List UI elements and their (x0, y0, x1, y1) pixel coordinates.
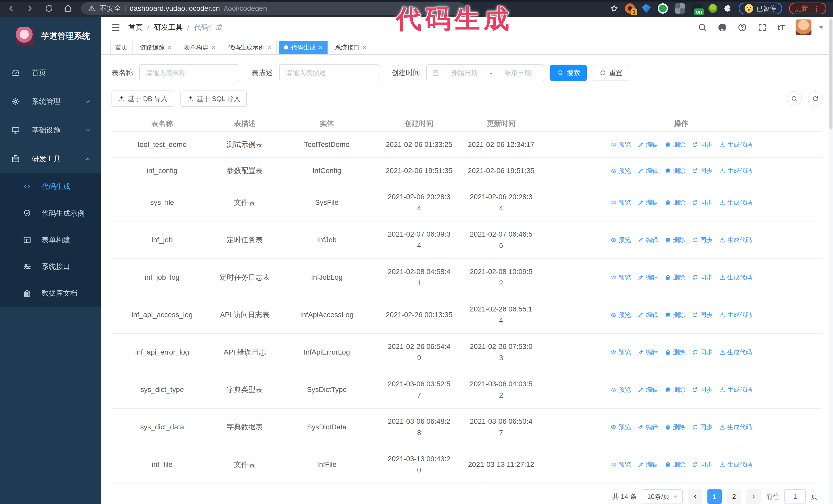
page-button-1[interactable]: 1 (708, 489, 722, 504)
preview-link[interactable]: 预览 (611, 272, 631, 283)
chrome-update-pill[interactable]: 更新 ⋮ (789, 3, 826, 14)
generate-code-link[interactable]: 生成代码 (719, 422, 752, 433)
extension-icon-gem[interactable] (642, 4, 651, 13)
caret-down-icon[interactable] (819, 26, 824, 29)
scrollbar-thumb[interactable] (829, 19, 832, 129)
generate-code-link[interactable]: 生成代码 (719, 234, 752, 246)
generate-code-link[interactable]: 生成代码 (719, 459, 752, 470)
refresh-table-button[interactable] (808, 91, 823, 106)
import-db-button[interactable]: 基于 DB 导入 (112, 91, 174, 107)
preview-link[interactable]: 预览 (611, 384, 631, 395)
extension-icon-dark[interactable]: on (691, 3, 702, 14)
sidebar-item-devtools[interactable]: 研发工具 (0, 145, 101, 173)
edit-link[interactable]: 编辑 (638, 459, 658, 470)
preview-link[interactable]: 预览 (611, 234, 631, 246)
delete-link[interactable]: 删除 (665, 139, 685, 150)
sidebar-item-db-doc[interactable]: 数据库文档 (0, 280, 101, 307)
sidebar-item-system[interactable]: 系统管理 (0, 87, 101, 116)
page-button-2[interactable]: 2 (727, 489, 741, 504)
forward-icon[interactable] (26, 4, 34, 13)
close-icon[interactable]: × (168, 44, 171, 51)
sync-link[interactable]: 同步 (692, 165, 713, 176)
preview-link[interactable]: 预览 (611, 346, 631, 358)
sidebar-logo[interactable]: 芋道管理系统 (0, 17, 101, 55)
preview-link[interactable]: 预览 (611, 309, 631, 320)
generate-code-link[interactable]: 生成代码 (719, 346, 752, 358)
date-end-placeholder[interactable]: 结束日期 (497, 68, 539, 77)
breadcrumb-home[interactable]: 首页 (128, 23, 143, 32)
table-name-input[interactable] (139, 64, 239, 81)
tab-tracing[interactable]: 链路追踪 × (135, 41, 176, 54)
delete-link[interactable]: 删除 (665, 165, 685, 176)
generate-code-link[interactable]: 生成代码 (719, 139, 752, 150)
edit-link[interactable]: 编辑 (638, 272, 658, 283)
edit-link[interactable]: 编辑 (638, 234, 658, 246)
extension-icon-bot[interactable] (709, 4, 717, 13)
sync-link[interactable]: 同步 (692, 234, 713, 246)
edit-link[interactable]: 编辑 (638, 309, 658, 320)
extension-icon-green-check[interactable] (658, 3, 668, 14)
breadcrumb-devtools[interactable]: 研发工具 (154, 23, 183, 32)
delete-link[interactable]: 删除 (665, 309, 685, 320)
goto-page-input[interactable] (784, 489, 806, 504)
sidebar-item-form-builder[interactable]: 表单构建 (0, 226, 101, 253)
edit-link[interactable]: 编辑 (638, 197, 658, 208)
sidebar-item-system-api[interactable]: 系统接口 (0, 253, 101, 280)
close-icon[interactable]: × (268, 44, 271, 51)
back-icon[interactable] (7, 4, 15, 13)
generate-code-link[interactable]: 生成代码 (719, 272, 752, 283)
bookmark-star-icon[interactable] (610, 4, 618, 13)
edit-link[interactable]: 编辑 (638, 422, 658, 433)
sync-link[interactable]: 同步 (692, 346, 713, 358)
edit-link[interactable]: 编辑 (638, 346, 658, 358)
tab-system-api[interactable]: 系统接口 × (330, 41, 372, 54)
profile-paused-pill[interactable]: 已暂停 (739, 3, 782, 14)
sidebar-item-infra[interactable]: 基础设施 (0, 116, 101, 145)
tab-codegen[interactable]: 代码生成 × (279, 41, 328, 54)
preview-link[interactable]: 预览 (611, 422, 631, 433)
preview-link[interactable]: 预览 (611, 165, 631, 176)
generate-code-link[interactable]: 生成代码 (719, 165, 752, 176)
sidebar-item-codegen[interactable]: 代码生成 (0, 173, 101, 200)
sync-link[interactable]: 同步 (692, 309, 713, 320)
sync-link[interactable]: 同步 (692, 459, 713, 470)
hamburger-icon[interactable] (111, 22, 121, 32)
delete-link[interactable]: 删除 (665, 384, 685, 395)
sidebar-item-home[interactable]: 首页 (0, 58, 101, 87)
help-icon[interactable] (738, 23, 747, 32)
close-icon[interactable]: × (319, 44, 323, 51)
generate-code-link[interactable]: 生成代码 (719, 197, 752, 208)
delete-link[interactable]: 删除 (665, 234, 685, 246)
sync-link[interactable]: 同步 (692, 139, 713, 150)
delete-link[interactable]: 删除 (665, 422, 685, 433)
delete-link[interactable]: 删除 (665, 197, 685, 208)
extension-icon-orange[interactable]: 1 (625, 3, 635, 14)
search-icon[interactable] (698, 23, 707, 32)
date-range-picker[interactable]: 开始日期 - 结束日期 (426, 64, 544, 81)
security-label[interactable]: 不安全 (99, 4, 121, 13)
sync-link[interactable]: 同步 (692, 272, 713, 283)
sync-link[interactable]: 同步 (692, 197, 713, 208)
home-icon[interactable] (64, 4, 72, 13)
preview-link[interactable]: 预览 (611, 197, 631, 208)
url-path[interactable]: /tool/codegen (224, 4, 267, 13)
close-icon[interactable]: × (211, 44, 215, 51)
fullscreen-icon[interactable] (758, 23, 767, 32)
extensions-puzzle-icon[interactable] (724, 4, 732, 13)
close-icon[interactable]: × (363, 44, 366, 51)
tab-codegen-example[interactable]: 代码生成示例 × (223, 41, 276, 54)
next-page-button[interactable] (746, 489, 761, 504)
preview-link[interactable]: 预览 (611, 459, 631, 470)
search-button[interactable]: 搜索 (550, 65, 587, 81)
tab-form-builder[interactable]: 表单构建 × (179, 41, 220, 54)
edit-link[interactable]: 编辑 (638, 165, 658, 176)
import-sql-button[interactable]: 基于 SQL 导入 (181, 91, 247, 107)
date-start-placeholder[interactable]: 开始日期 (444, 68, 485, 77)
generate-code-link[interactable]: 生成代码 (719, 309, 752, 320)
edit-link[interactable]: 编辑 (638, 139, 658, 150)
extension-icon-grid[interactable] (674, 3, 685, 14)
github-icon[interactable] (718, 23, 727, 32)
delete-link[interactable]: 删除 (665, 459, 685, 470)
table-desc-input[interactable] (279, 64, 379, 81)
sync-link[interactable]: 同步 (692, 422, 713, 433)
